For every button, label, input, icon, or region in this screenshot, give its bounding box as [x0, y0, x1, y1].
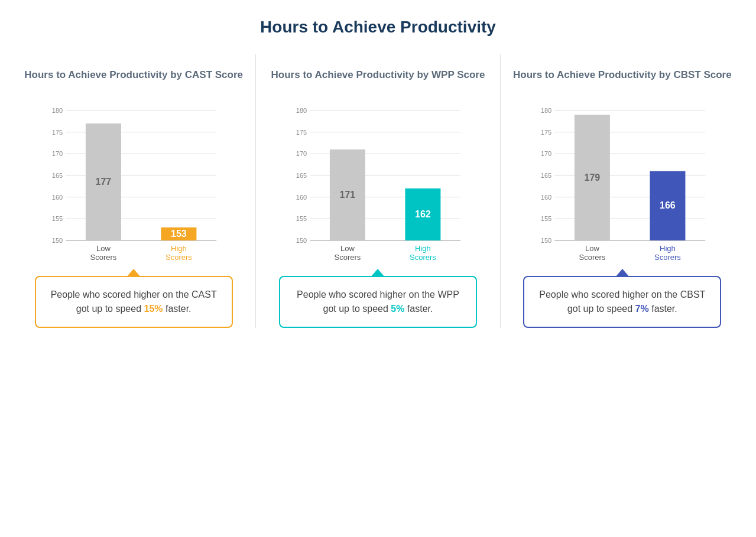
chart-area-wpp: 150155160165170175180171162LowScorersHig…: [268, 105, 488, 270]
chart-area-cast: 150155160165170175180177153LowScorersHig…: [24, 105, 244, 270]
svg-text:180: 180: [296, 107, 307, 114]
svg-text:153: 153: [171, 229, 187, 239]
svg-text:170: 170: [540, 150, 551, 157]
svg-text:179: 179: [584, 173, 600, 183]
svg-text:166: 166: [660, 200, 676, 210]
svg-text:160: 160: [540, 194, 551, 201]
svg-text:165: 165: [52, 172, 63, 179]
chart-title-wpp: Hours to Achieve Productivity by WPP Sco…: [271, 54, 485, 96]
svg-text:170: 170: [52, 150, 63, 157]
svg-text:Scorers: Scorers: [90, 253, 117, 262]
callout-text-cbst: People who scored higher on the CBST got…: [539, 289, 705, 314]
svg-text:155: 155: [540, 215, 551, 222]
chart-area-cbst: 150155160165170175180179166LowScorersHig…: [512, 105, 732, 270]
page-main-title: Hours to Achieve Productivity: [260, 18, 496, 37]
svg-text:Scorers: Scorers: [410, 253, 436, 262]
charts-row: Hours to Achieve Productivity by CAST Sc…: [12, 54, 744, 328]
svg-text:Scorers: Scorers: [579, 253, 605, 262]
svg-text:High: High: [415, 244, 431, 253]
svg-text:150: 150: [296, 237, 307, 244]
chart-title-cast: Hours to Achieve Productivity by CAST Sc…: [24, 54, 243, 96]
chart-panel-cast: Hours to Achieve Productivity by CAST Sc…: [12, 54, 256, 328]
svg-text:175: 175: [52, 129, 63, 136]
svg-text:Low: Low: [340, 244, 355, 253]
svg-text:165: 165: [540, 172, 551, 179]
svg-text:Low: Low: [96, 244, 111, 253]
callout-text-wpp: People who scored higher on the WPP got …: [297, 289, 459, 314]
svg-text:150: 150: [52, 237, 63, 244]
callout-box-wpp: People who scored higher on the WPP got …: [279, 276, 477, 328]
svg-text:160: 160: [296, 194, 307, 201]
svg-text:162: 162: [415, 209, 431, 219]
callout-text-cast: People who scored higher on the CAST got…: [51, 289, 217, 314]
callout-box-cast: People who scored higher on the CAST got…: [35, 276, 233, 328]
svg-text:180: 180: [52, 107, 63, 114]
chart-svg-cast: 150155160165170175180177153LowScorersHig…: [24, 105, 244, 270]
svg-text:175: 175: [540, 129, 551, 136]
svg-text:160: 160: [52, 194, 63, 201]
svg-text:Scorers: Scorers: [654, 253, 681, 262]
svg-text:150: 150: [540, 237, 551, 244]
svg-text:180: 180: [540, 107, 551, 114]
chart-panel-wpp: Hours to Achieve Productivity by WPP Sco…: [256, 54, 500, 328]
svg-text:171: 171: [340, 190, 356, 200]
svg-text:Low: Low: [585, 244, 599, 253]
svg-text:High: High: [171, 244, 187, 253]
svg-text:177: 177: [96, 177, 112, 187]
chart-title-cbst: Hours to Achieve Productivity by CBST Sc…: [513, 54, 732, 96]
svg-text:Scorers: Scorers: [335, 253, 361, 262]
svg-text:155: 155: [52, 215, 63, 222]
svg-text:165: 165: [296, 172, 307, 179]
svg-text:High: High: [660, 244, 676, 253]
svg-text:175: 175: [296, 129, 307, 136]
chart-svg-wpp: 150155160165170175180171162LowScorersHig…: [268, 105, 488, 270]
chart-svg-cbst: 150155160165170175180179166LowScorersHig…: [512, 105, 732, 270]
svg-text:155: 155: [296, 215, 307, 222]
callout-box-cbst: People who scored higher on the CBST got…: [523, 276, 721, 328]
chart-panel-cbst: Hours to Achieve Productivity by CBST Sc…: [501, 54, 744, 328]
svg-text:170: 170: [296, 150, 307, 157]
svg-text:Scorers: Scorers: [166, 253, 192, 262]
